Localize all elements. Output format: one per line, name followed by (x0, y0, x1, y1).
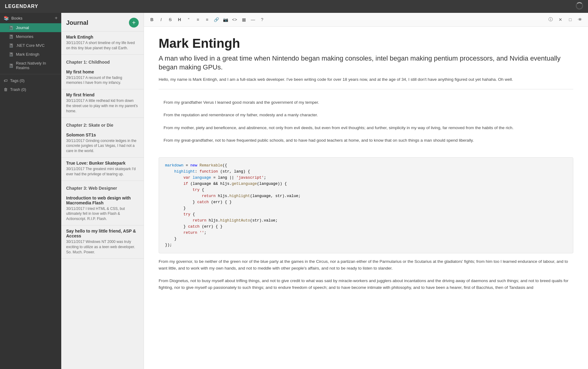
sidebar-item-memories[interactable]: 📓 Memories (0, 32, 61, 41)
sidebar-net-label: .NET Core MVC (16, 43, 45, 48)
list-item[interactable]: Introduction to web design with Macromed… (61, 192, 144, 226)
sidebar-item-mark[interactable]: 📓 Mark Entingh (0, 50, 61, 59)
preview-button[interactable]: 👁 (576, 15, 584, 24)
sidebar-divider (0, 74, 61, 74)
code-line-9: try { (165, 211, 567, 218)
notebook-icon3: 📓 (9, 43, 13, 48)
note-meta: 30/11/2017 A short timeline of my life l… (66, 40, 139, 51)
quote-button[interactable]: “ (184, 15, 193, 24)
note-title: Mark Entingh (66, 35, 139, 39)
list-item[interactable]: Say hello to my little friend, ASP & Acc… (61, 226, 144, 259)
code-line-6: return hljs.highlight(language, str).val… (165, 193, 567, 199)
document-intro: Hello, my name is Mark Entingh, and I am… (159, 76, 573, 83)
bold-button[interactable]: B (148, 15, 156, 24)
note-title: Say hello to my little friend, ASP & Acc… (66, 229, 139, 238)
trash-count: (0) (21, 87, 26, 92)
sidebar-item-net[interactable]: 📓 .NET Core MVC (0, 41, 61, 50)
code-line-10: return hljs.highlightAuto(str).value; (165, 218, 567, 224)
document-title: Mark Entingh (159, 36, 573, 50)
code-line-12: return ''; (165, 230, 567, 236)
code-line-7: } catch (err) { } (165, 199, 567, 205)
sidebar-react-label: React Natively In Realms (16, 61, 58, 70)
code-line-8: } (165, 205, 567, 211)
note-meta: 30/11/2017 The greatest mini skatepark I… (66, 166, 139, 177)
heading-button[interactable]: H (175, 15, 184, 24)
sidebar-memories-label: Memories (16, 34, 33, 39)
sidebar-trash[interactable]: 🗑 Trash (0) (0, 85, 61, 94)
code-line-4: if (language && hljs.getLanguage(languag… (165, 181, 567, 187)
quote-3: From my mother, piety and beneficence, a… (164, 125, 568, 131)
trash-label: Trash (10, 87, 20, 92)
horizontal-rule (159, 89, 573, 89)
spinner-icon (576, 2, 583, 9)
code-button[interactable]: <> (230, 15, 239, 24)
notebook-icon5: 📓 (9, 63, 13, 68)
info-button[interactable]: ⓘ (546, 15, 555, 24)
help-button[interactable]: ? (258, 15, 266, 24)
quote-2: From the reputation and remembrance of m… (164, 112, 568, 118)
main-layout: 📚 Books + 📓 Journal 📓 Memories 📓 .NET Co… (0, 13, 588, 369)
chapter-heading: Chapter 3: Web Designer (61, 181, 144, 192)
document-subtitle: A man who lived in a great time when Nin… (159, 54, 573, 72)
close-button[interactable]: ✕ (556, 15, 565, 24)
notes-panel-header: Journal + (61, 13, 144, 32)
list-item[interactable]: Solomon ST1s 30/11/2017 Grinding concret… (61, 129, 144, 158)
link-button[interactable]: 🔗 (212, 15, 221, 24)
split-button[interactable]: □ (566, 15, 575, 24)
notes-panel-title: Journal (66, 19, 129, 26)
trash-icon: 🗑 (4, 87, 8, 92)
unordered-list-button[interactable]: ≡ (194, 15, 202, 24)
note-title: My first home (66, 69, 139, 74)
list-item[interactable]: Mark Entingh 30/11/2017 A short timeline… (61, 32, 144, 55)
sidebar-item-react[interactable]: 📓 React Natively In Realms (0, 59, 61, 72)
list-item[interactable]: My first home 29/11/2017 A recount of th… (61, 66, 144, 90)
list-item[interactable]: True Love: Bunker Skatepark 30/11/2017 T… (61, 158, 144, 181)
code-line-14: }); (165, 242, 567, 248)
note-meta: 29/11/2017 A recount of the fading memor… (66, 75, 139, 86)
notebook-icon2: 📓 (9, 34, 13, 39)
image-button[interactable]: 📷 (221, 15, 230, 24)
notebook-icon4: 📓 (9, 52, 13, 57)
sidebar: 📚 Books + 📓 Journal 📓 Memories 📓 .NET Co… (0, 13, 61, 369)
strikethrough-button[interactable]: S (166, 15, 175, 24)
chapter-heading: Chapter 1: Childhood (61, 55, 144, 66)
content-area: B I S H “ ≡ ≡ 🔗 📷 <> ▦ — ? ⓘ ✕ □ 👁 Mark … (144, 13, 588, 369)
code-line-1: markdown = new Remarkable({ (165, 162, 567, 169)
sidebar-add-icon[interactable]: + (55, 15, 58, 21)
notes-list: Mark Entingh 30/11/2017 A short timeline… (61, 32, 144, 369)
prose-1: From my governor, to be neither of the g… (159, 258, 573, 271)
list-item[interactable]: My first friend 30/11/2017 A little redh… (61, 89, 144, 117)
blockquote-section: From my grandfather Verus I learned good… (159, 97, 573, 152)
sidebar-books-label: Books (11, 16, 22, 20)
table-button[interactable]: ▦ (239, 15, 248, 24)
tags-label: Tags (10, 78, 18, 83)
italic-button[interactable]: I (157, 15, 165, 24)
notebook-icon: 📓 (9, 25, 13, 30)
code-line-11: } catch (err) { } (165, 224, 567, 230)
add-note-button[interactable]: + (129, 18, 139, 28)
note-title: Solomon ST1s (66, 132, 139, 137)
sidebar-books-header[interactable]: 📚 Books + (0, 13, 61, 23)
editor-area[interactable]: Mark Entingh A man who lived in a great … (144, 27, 588, 369)
sidebar-journal-label: Journal (16, 25, 29, 30)
tag-icon: 🏷 (4, 78, 8, 83)
code-line-2: highlight: function (str, lang) { (165, 169, 567, 175)
topbar-right (576, 2, 583, 11)
sidebar-mark-label: Mark Entingh (16, 52, 40, 57)
quote-1: From my grandfather Verus I learned good… (164, 99, 568, 106)
topbar: LEGENDARY (0, 0, 588, 13)
toolbar-right: ⓘ ✕ □ 👁 (546, 15, 584, 24)
note-meta: 30/11/2017 Grinding concrete ledges in t… (66, 138, 139, 154)
ordered-list-button[interactable]: ≡ (203, 15, 211, 24)
note-title: True Love: Bunker Skatepark (66, 161, 139, 166)
code-line-13: } (165, 236, 567, 242)
app-title: LEGENDARY (5, 4, 38, 9)
note-title: Introduction to web design with Macromed… (66, 196, 139, 205)
hr-button[interactable]: — (249, 15, 257, 24)
sidebar-item-journal[interactable]: 📓 Journal (0, 23, 61, 32)
sidebar-tags[interactable]: 🏷 Tags (0) (0, 76, 61, 85)
tags-count: (0) (20, 78, 24, 83)
prose-2: From Diognetus, not to busy myself about… (159, 278, 573, 291)
code-line-3: var language = lang || 'javascript'; (165, 175, 567, 181)
chapter-heading: Chapter 2: Skate or Die (61, 118, 144, 129)
